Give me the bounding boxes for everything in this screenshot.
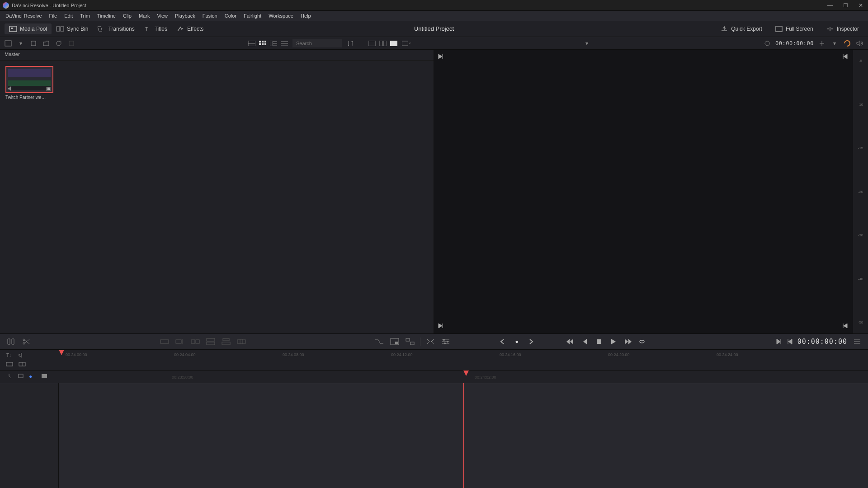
ruler-track[interactable]: 00:24:00:00 00:24:04:00 00:24:08:00 00:2…	[59, 350, 868, 370]
menu-color[interactable]: Color	[222, 12, 239, 19]
media-pool-body[interactable]: ⊞ Twitch Partner we…	[0, 61, 434, 333]
menu-view[interactable]: View	[154, 12, 170, 19]
next-frame-button[interactable]	[622, 337, 634, 346]
jog-prev-button[interactable]	[496, 337, 508, 346]
menu-trim[interactable]: Trim	[77, 12, 93, 19]
locked-track-button[interactable]: T↕	[5, 352, 14, 359]
source-overwrite-button[interactable]	[236, 336, 247, 347]
play-button[interactable]	[608, 337, 619, 346]
viewer-canvas[interactable]	[434, 50, 853, 333]
thumbnail-view-button[interactable]	[258, 39, 267, 48]
effects-tab[interactable]: Effects	[172, 23, 208, 34]
menu-clip[interactable]: Clip	[120, 12, 134, 19]
timeline-timecode[interactable]: 00:00:00:00	[797, 338, 847, 346]
viewer-timecode[interactable]: 00:00:00:00	[775, 40, 814, 47]
swap-button[interactable]	[405, 336, 415, 347]
next-edit-icon[interactable]	[438, 53, 445, 61]
titles-tab[interactable]: T Titles	[139, 23, 172, 34]
timeline-body[interactable]	[59, 383, 868, 488]
transitions-tab[interactable]: Transitions	[93, 23, 139, 34]
smart-insert-button[interactable]	[159, 336, 170, 347]
minimize-button[interactable]: —	[826, 2, 835, 9]
scissors-button[interactable]	[21, 336, 32, 347]
bypass-button[interactable]	[763, 39, 772, 48]
options-button[interactable]	[440, 336, 451, 347]
first-frame-button[interactable]	[564, 337, 576, 346]
chevron-down-icon[interactable]: ▾	[16, 39, 25, 48]
loop-playback-button[interactable]	[637, 337, 648, 346]
inspector-tab[interactable]: Inspector	[821, 23, 863, 34]
list-view-button[interactable]	[280, 39, 289, 48]
quick-export-button[interactable]: Quick Export	[716, 23, 767, 34]
viewer-mode-1-button[interactable]	[368, 39, 377, 48]
metadata-view-button[interactable]	[247, 39, 256, 48]
menu-file[interactable]: File	[47, 12, 60, 19]
sync-lock-button[interactable]	[425, 336, 436, 347]
jog-next-button[interactable]	[525, 337, 537, 346]
ripple-button[interactable]	[190, 336, 201, 347]
media-pool-tab[interactable]: Media Pool	[5, 23, 52, 34]
timeline-options-button[interactable]	[852, 336, 863, 347]
refresh-button[interactable]	[54, 39, 63, 48]
auto-track-button[interactable]	[18, 361, 27, 368]
marker-button[interactable]	[17, 373, 25, 380]
chevron-down-icon[interactable]: ▾	[582, 39, 591, 48]
speaker-icon[interactable]	[855, 39, 864, 48]
menu-davinci-resolve[interactable]: DaVinci Resolve	[3, 12, 45, 19]
sort-button[interactable]	[346, 39, 355, 48]
picture-in-picture-button[interactable]	[389, 336, 400, 347]
viewer-mode-3-button[interactable]	[389, 39, 398, 48]
zoom-track[interactable]: 00:23:58:00 00:24:02:00	[59, 371, 868, 383]
place-on-top-button[interactable]	[221, 336, 231, 347]
playhead-line[interactable]	[463, 383, 464, 488]
prev-edit-icon[interactable]	[842, 53, 849, 61]
chevron-down-icon[interactable]: ▾	[830, 39, 839, 48]
zoom-playhead[interactable]	[463, 371, 469, 376]
prev-frame-button[interactable]	[579, 337, 590, 346]
next-edit-bottom-icon[interactable]	[438, 323, 445, 330]
close-button[interactable]: ✕	[856, 2, 865, 9]
append-button[interactable]	[175, 336, 185, 347]
prev-edit-bottom-icon[interactable]	[842, 323, 849, 330]
audio-track-button[interactable]	[18, 352, 27, 359]
maximize-button[interactable]: ☐	[841, 2, 850, 9]
menu-edit[interactable]: Edit	[61, 12, 75, 19]
close-up-button[interactable]	[205, 336, 216, 347]
import-folder-button[interactable]	[42, 39, 51, 48]
track-headers[interactable]	[0, 383, 59, 488]
video-lock-button[interactable]	[5, 361, 14, 368]
clip-thumbnail[interactable]: ⊞	[5, 66, 53, 93]
svg-rect-0	[9, 26, 17, 32]
sync-bin-tab[interactable]: Sync Bin	[52, 23, 93, 34]
bin-breadcrumb[interactable]: Master	[0, 50, 434, 61]
menu-timeline[interactable]: Timeline	[94, 12, 118, 19]
snap-button[interactable]	[5, 373, 14, 380]
svg-rect-25	[383, 41, 387, 46]
transition-button[interactable]	[374, 336, 385, 347]
menu-mark[interactable]: Mark	[136, 12, 152, 19]
full-screen-button[interactable]: Full Screen	[770, 23, 818, 34]
stop-button[interactable]	[593, 337, 605, 346]
go-to-next-button[interactable]	[776, 338, 782, 345]
flag-orange-button[interactable]	[41, 373, 49, 380]
menu-fusion[interactable]: Fusion	[200, 12, 220, 19]
strip-view-button[interactable]	[269, 39, 278, 48]
viewer-mode-2-button[interactable]	[378, 39, 387, 48]
loop-icon[interactable]	[843, 39, 852, 48]
playhead-marker[interactable]	[59, 350, 64, 355]
bin-list-button[interactable]	[4, 39, 13, 48]
clip-item[interactable]: ⊞ Twitch Partner we…	[5, 66, 53, 100]
menu-help[interactable]: Help	[298, 12, 314, 19]
menu-playback[interactable]: Playback	[172, 12, 198, 19]
flag-blue-button[interactable]: ●	[29, 373, 37, 380]
timecode-mode-icon[interactable]	[817, 39, 826, 48]
menu-fairlight[interactable]: Fairlight	[241, 12, 264, 19]
menu-workspace[interactable]: Workspace	[266, 12, 296, 19]
fit-dropdown[interactable]	[402, 39, 411, 48]
import-media-button[interactable]	[29, 39, 38, 48]
search-input[interactable]	[292, 39, 342, 47]
jog-dot-button[interactable]: ●	[511, 337, 523, 346]
go-to-prev-button[interactable]	[787, 338, 793, 345]
split-tool-button[interactable]	[5, 336, 16, 347]
viewer-panel: -5 -10 -15 -20 -30 -40 -50	[434, 50, 868, 333]
